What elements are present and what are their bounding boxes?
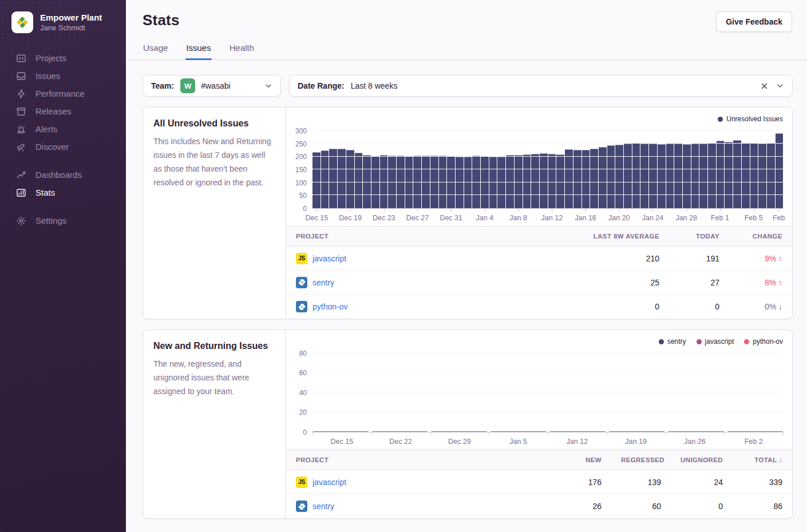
y-tick-label: 0 <box>303 205 307 212</box>
sidebar-item-releases[interactable]: Releases <box>0 102 126 120</box>
team-select[interactable]: Team: W #wasabi <box>143 75 281 97</box>
chart-plot-area <box>312 127 783 209</box>
sidebar-item-settings[interactable]: Settings <box>0 212 126 229</box>
legend-item[interactable]: sentry <box>659 338 686 346</box>
tab-usage[interactable]: Usage <box>143 41 168 59</box>
x-tick <box>485 209 485 212</box>
tabbar: Usage Issues Health <box>126 41 807 60</box>
x-tick <box>489 432 489 435</box>
column-header[interactable]: CHANGE <box>729 233 792 240</box>
table-cell: 60 <box>611 502 671 511</box>
stacked-chart-bar <box>372 431 428 432</box>
clear-filter-icon[interactable] <box>761 82 768 90</box>
x-tick <box>451 209 452 212</box>
panel-title: All Unresolved Issues <box>153 118 275 129</box>
panel-description-text: The new, regressed, and unignored issues… <box>153 357 275 398</box>
sidebar-item-label: Alerts <box>35 124 57 134</box>
chart-bar <box>691 144 699 208</box>
tab-issues[interactable]: Issues <box>185 41 211 59</box>
x-tick-label: Jan 12 <box>541 214 563 222</box>
x-tick-label: Dec 19 <box>339 214 362 222</box>
sidebar-item-dashboards[interactable]: Dashboards <box>0 166 126 184</box>
legend-item[interactable]: Unresolved Issues <box>718 115 783 123</box>
project-link[interactable]: sentry <box>312 278 334 287</box>
table-cell: 0 <box>671 502 733 511</box>
issues-icon <box>16 71 26 81</box>
table-cell: 27 <box>669 278 729 287</box>
column-header[interactable]: PROJECT <box>286 456 552 463</box>
table-cell: 210 <box>572 254 669 263</box>
sidebar-item-label: Stats <box>35 188 55 197</box>
panel-new-and-returning-issues: New and Returning Issues The new, regres… <box>143 329 793 519</box>
chart-bar <box>725 142 733 208</box>
x-tick-label: Dec 27 <box>406 214 429 222</box>
column-header[interactable]: UNIGNORED <box>671 456 733 463</box>
table-cell: 0 <box>572 302 669 311</box>
column-header[interactable]: REGRESSED <box>611 456 671 463</box>
x-tick <box>607 432 607 435</box>
sidebar-item-projects[interactable]: Projects <box>0 49 126 67</box>
sidebar-item-stats[interactable]: Stats <box>0 184 126 201</box>
x-tick-label: Feb 2 <box>745 438 763 446</box>
x-tick-label: Jan 12 <box>567 438 588 446</box>
gridline <box>312 353 783 354</box>
x-tick-label: Jan 26 <box>684 438 706 446</box>
column-header[interactable]: LAST 8W AVERAGE <box>572 233 669 240</box>
sidebar-item-alerts[interactable]: Alerts <box>0 120 126 138</box>
x-tick-label: Dec 29 <box>448 438 471 446</box>
chart-bar <box>717 141 725 208</box>
x-axis-labels: Dec 15Dec 22Dec 29Jan 5Jan 12Jan 19Jan 2… <box>312 432 783 450</box>
legend-dot-icon <box>697 339 702 344</box>
chart-bar <box>312 152 321 208</box>
chart-bar <box>658 144 666 208</box>
column-header[interactable]: PROJECT <box>286 233 572 240</box>
project-link[interactable]: javascript <box>312 254 346 263</box>
give-feedback-button[interactable]: Give Feedback <box>716 11 792 32</box>
x-tick <box>384 209 385 212</box>
chart-bar <box>649 144 657 208</box>
chart-bar <box>456 157 464 208</box>
date-range-label: Date Range: <box>298 81 345 90</box>
chevron-down-icon[interactable] <box>776 82 784 90</box>
sidebar-item-discover[interactable]: Discover <box>0 138 126 156</box>
chart-bar <box>674 144 682 208</box>
project-link[interactable]: javascript <box>312 478 346 487</box>
sidebar-item-label: Performance <box>35 89 85 98</box>
sidebar-item-performance[interactable]: Performance <box>0 85 126 102</box>
project-link[interactable]: sentry <box>312 502 334 511</box>
y-axis-labels: 020406080 <box>292 350 312 432</box>
column-header[interactable]: TODAY <box>669 233 729 240</box>
chart-bar <box>329 149 337 208</box>
page-title: Stats <box>143 11 180 29</box>
table-header: PROJECTNEWREGRESSEDUNIGNOREDTOTAL ↓ <box>286 450 792 470</box>
chart-bar <box>346 150 354 208</box>
nav-section-divider <box>0 156 126 166</box>
panel-description-text: This includes New and Returning issues i… <box>153 134 275 189</box>
legend-item[interactable]: python-ov <box>744 338 783 346</box>
chart-bar <box>464 157 472 208</box>
stacked-chart-bar <box>727 431 784 432</box>
panel-title: New and Returning Issues <box>153 341 275 351</box>
table-cell: 9% ↑ <box>729 254 792 263</box>
team-avatar: W <box>180 78 195 93</box>
tab-health[interactable]: Health <box>229 41 255 59</box>
sidebar-item-issues[interactable]: Issues <box>0 67 126 85</box>
org-switcher[interactable]: Empower Plant Jane Schmidt <box>0 0 126 42</box>
column-header[interactable]: NEW <box>552 456 611 463</box>
sidebar-item-label: Settings <box>35 216 66 225</box>
x-tick <box>779 209 780 212</box>
legend-item[interactable]: javascript <box>697 338 734 346</box>
chart-bar <box>776 133 784 208</box>
user-name: Jane Schmidt <box>40 23 102 33</box>
legend-dot-icon <box>659 339 664 344</box>
y-tick-label: 0 <box>303 429 307 436</box>
x-tick-label: Dec 31 <box>440 214 462 222</box>
x-tick <box>720 209 721 212</box>
project-link[interactable]: python-ov <box>312 302 347 311</box>
column-header[interactable]: TOTAL ↓ <box>733 456 792 463</box>
stacked-chart-bar <box>490 431 547 432</box>
chart-bar <box>556 154 564 208</box>
x-tick-label: Jan 24 <box>642 214 664 222</box>
date-range-select[interactable]: Date Range: Last 8 weeks <box>289 75 793 97</box>
unresolved-issues-chart: Unresolved Issues 050100150200250300 Dec… <box>286 108 792 226</box>
